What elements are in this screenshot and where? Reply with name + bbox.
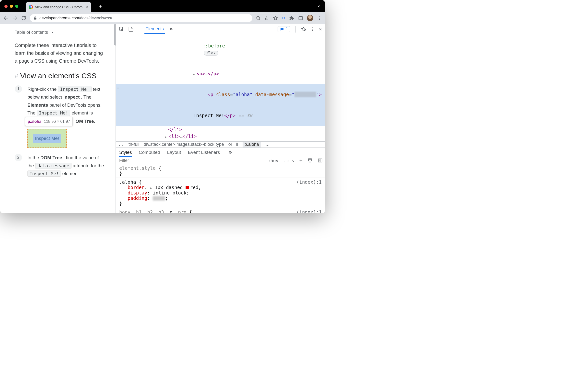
- styles-tabbar: Styles Computed Layout Event Listeners: [116, 148, 325, 157]
- sidepanel-icon[interactable]: [298, 16, 303, 20]
- rule-body-p[interactable]: (index):1 body, h1, h2, h3, p, pre { mar…: [116, 208, 325, 213]
- styles-filter-input[interactable]: [116, 157, 265, 164]
- chevron-down-icon: [51, 31, 54, 34]
- page-heading: View an element's CSS: [20, 72, 96, 80]
- step-number: 2: [15, 154, 22, 161]
- device-toggle-icon[interactable]: [128, 26, 133, 32]
- crumb-more-right[interactable]: …: [265, 142, 270, 147]
- reload-button[interactable]: [21, 16, 26, 20]
- overflow-menu-icon[interactable]: ⋯: [117, 85, 119, 91]
- page-content: Table of contents Complete these interac…: [0, 24, 116, 213]
- step-number: 1: [15, 85, 22, 93]
- devtools-tabbar: Elements 1 ×: [116, 24, 325, 34]
- dom-selected-node[interactable]: ⋯ <p class="aloha" data-message="xxxxxxx…: [116, 84, 325, 126]
- step-2: 2 In the DOM Tree , find the value of th…: [15, 154, 106, 178]
- forward-button[interactable]: [12, 15, 18, 21]
- new-tab-button[interactable]: ＋: [98, 2, 103, 10]
- inspect-element-icon[interactable]: [119, 26, 124, 32]
- tooltip-dimensions: 118.96 × 61.97: [44, 118, 70, 125]
- svg-point-4: [319, 19, 320, 19]
- svg-point-8: [312, 27, 313, 28]
- computed-toggle-icon[interactable]: [315, 157, 325, 164]
- source-link[interactable]: (index):1: [296, 209, 322, 213]
- crumb-item[interactable]: p.aloha: [243, 141, 261, 148]
- rule-aloha[interactable]: (index):1 .aloha { border: ▶ 1px dashed …: [116, 178, 325, 208]
- window-controls: [4, 5, 18, 8]
- minimize-window[interactable]: [10, 5, 13, 8]
- tab-layout[interactable]: Layout: [167, 148, 181, 157]
- styles-filter-row: :hov .cls +: [116, 157, 325, 164]
- step-1: 1 Right-click the Inspect Me! text below…: [15, 85, 106, 148]
- cls-toggle[interactable]: .cls: [281, 157, 297, 164]
- titlebar: View and change CSS - Chrom × ＋: [0, 0, 325, 12]
- bookmark-star-icon[interactable]: [273, 16, 278, 20]
- inspect-me-text: Inspect Me!: [33, 134, 61, 143]
- issues-count: 1: [286, 27, 288, 31]
- code-data-message: data-message: [35, 163, 71, 169]
- svg-point-3: [319, 18, 320, 18]
- zoom-icon[interactable]: [256, 16, 261, 20]
- crumb-item[interactable]: li: [236, 142, 238, 147]
- code-inspect-me-1: Inspect Me!: [58, 86, 92, 92]
- toc-label: Table of contents: [15, 30, 48, 35]
- tab-event-listeners[interactable]: Event Listeners: [188, 148, 220, 157]
- browser-toolbar: developer.chrome.com/docs/devtools/css/ …: [0, 12, 325, 24]
- close-window[interactable]: [4, 5, 8, 8]
- devtools-menu-icon[interactable]: [310, 27, 315, 32]
- chrome-favicon-icon: [29, 5, 33, 9]
- share-icon[interactable]: [265, 16, 269, 20]
- browser-tab[interactable]: View and change CSS - Chrom ×: [26, 2, 91, 12]
- styles-pane[interactable]: element.style {} (index):1 .aloha { bord…: [116, 164, 325, 213]
- code-inspect-me-3: Inspect Me!: [27, 171, 61, 177]
- devtools-panel: Elements 1 ×: [116, 24, 325, 213]
- color-swatch[interactable]: [186, 186, 189, 189]
- svg-point-2: [319, 16, 320, 17]
- svg-point-10: [312, 30, 313, 31]
- back-button[interactable]: [3, 15, 9, 21]
- svg-point-9: [312, 29, 313, 29]
- tab-close-icon[interactable]: ×: [86, 5, 88, 9]
- settings-gear-icon[interactable]: [301, 26, 307, 32]
- tab-computed[interactable]: Computed: [139, 148, 160, 157]
- paint-bucket-icon[interactable]: [305, 157, 315, 164]
- new-rule-button[interactable]: +: [297, 157, 305, 164]
- inspect-tooltip: p.aloha 118.96 × 61.97: [25, 117, 73, 126]
- svg-rect-1: [299, 16, 303, 19]
- issues-badge[interactable]: 1: [278, 26, 290, 32]
- profile-avatar[interactable]: [307, 15, 313, 21]
- inspect-me-element[interactable]: Inspect Me!: [27, 129, 67, 148]
- maximize-window[interactable]: [15, 5, 18, 8]
- page-scrollbar[interactable]: [114, 24, 116, 45]
- crumb-item[interactable]: div.stack.center-images.stack--block.typ…: [144, 142, 224, 147]
- svg-rect-11: [318, 159, 322, 162]
- flex-badge[interactable]: flex: [204, 51, 218, 56]
- devtools-close-icon[interactable]: ×: [319, 26, 322, 33]
- lock-icon: [33, 16, 37, 20]
- tabs-dropdown-icon[interactable]: [317, 4, 321, 8]
- extensions-icon[interactable]: [289, 16, 294, 20]
- svg-rect-7: [131, 28, 133, 31]
- url-display: developer.chrome.com/docs/devtools/css/: [40, 16, 112, 20]
- chat-icon: [280, 27, 284, 31]
- tab-title: View and change CSS - Chrom: [35, 5, 84, 9]
- rule-element-style[interactable]: element.style {}: [116, 164, 325, 178]
- pseudo-before[interactable]: ::before: [202, 43, 225, 48]
- source-link[interactable]: (index):1: [296, 179, 322, 185]
- hov-toggle[interactable]: :hov: [265, 157, 281, 164]
- tab-elements[interactable]: Elements: [145, 24, 165, 34]
- heading-anchor-icon[interactable]: #: [15, 72, 18, 80]
- address-bar[interactable]: developer.chrome.com/docs/devtools/css/: [30, 14, 252, 22]
- crumb-item[interactable]: lth-full: [127, 142, 139, 147]
- breadcrumb[interactable]: … lth-full div.stack.center-images.stack…: [116, 141, 325, 148]
- more-tabs-icon[interactable]: [169, 27, 174, 32]
- scissors-icon[interactable]: ✂: [282, 15, 285, 21]
- crumb-item[interactable]: ol: [228, 142, 232, 147]
- menu-icon[interactable]: [317, 16, 322, 20]
- tab-styles[interactable]: Styles: [119, 148, 132, 157]
- code-inspect-me-2: Inspect Me!: [37, 110, 70, 116]
- intro-text: Complete these interactive tutorials to …: [15, 41, 106, 65]
- crumb-more-left[interactable]: …: [119, 142, 123, 147]
- dom-tree[interactable]: ::before flex ▶ <p>…</p> ⋯ <p class="alo…: [116, 34, 325, 141]
- toc-dropdown[interactable]: Table of contents: [15, 30, 106, 35]
- more-style-tabs-icon[interactable]: [228, 150, 232, 155]
